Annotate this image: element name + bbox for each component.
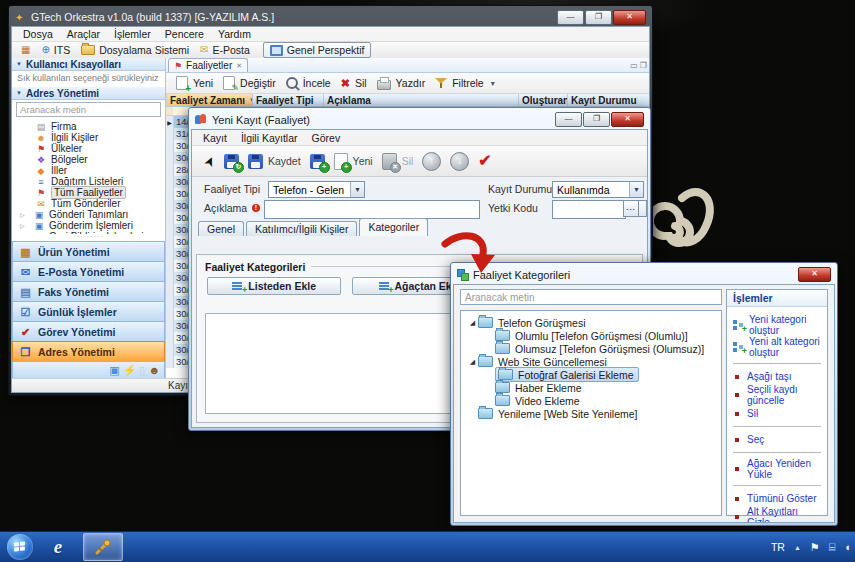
sidebar-tree-item[interactable]: ☻ İlgili Kişiler (12, 132, 165, 143)
accordion-item[interactable]: ▤ Faks Yönetimi (12, 281, 165, 301)
network-icon[interactable]: ⌸ (829, 541, 836, 554)
previous-record-icon[interactable]: ↑ (422, 152, 441, 171)
action-link[interactable]: Seçili kaydı güncelle (733, 384, 821, 406)
auth-code-clear-button[interactable] (638, 200, 647, 217)
close-button[interactable] (613, 10, 646, 25)
menu-item[interactable]: Pencere (158, 28, 211, 40)
action-link[interactable]: Aşağı taşı (733, 369, 821, 384)
accordion-item[interactable]: ✉ E-Posta Yönetimi (12, 261, 165, 281)
show-hidden-icons[interactable]: ▲ (794, 544, 801, 551)
category-tree-item[interactable]: Olumsuz [Telefon Görüşmesi (Olumsuz)] (461, 342, 721, 355)
volume-icon[interactable]: ◖ (844, 541, 851, 553)
sidebar-tree-item[interactable]: ⚑ Tüm Faaliyetler (12, 187, 165, 198)
tab-faaliyetler[interactable]: ⚑ Faaliyetler ✕ (168, 58, 248, 72)
toolbar-button[interactable]: Yeni (176, 76, 213, 90)
quick-launch-button[interactable]: ▦ (17, 43, 34, 57)
categories-titlebar[interactable]: Faaliyet Kategorileri (453, 265, 835, 284)
sidebar-tree-item[interactable]: ▤ Firma (12, 121, 165, 132)
taskbar-ie-button[interactable]: e (39, 534, 77, 560)
panel-minimize-icon[interactable]: ▭ (630, 61, 638, 70)
record-titlebar[interactable]: Yeni Kayıt (Faaliyet) (191, 110, 648, 129)
panel-maximize-icon[interactable]: ❐ (640, 61, 647, 70)
action-link[interactable]: Alt Kayıtları Gizle (733, 506, 821, 523)
email-button[interactable]: ✉E-Posta (196, 43, 254, 57)
column-header[interactable]: Faaliyet Zamanı (167, 94, 253, 106)
sidebar-tree-item[interactable]: ⚑ Ülkeler (12, 143, 165, 154)
new-button[interactable]: + Yeni (334, 153, 373, 170)
menu-item[interactable]: İşlemler (107, 28, 158, 40)
toolbar-button[interactable]: İncele (286, 77, 331, 89)
general-perspective-button[interactable]: Genel Perspektif (263, 42, 372, 58)
save-and-refresh-icon[interactable]: ↻ (224, 154, 239, 169)
expander-icon[interactable] (467, 358, 478, 366)
confirm-check-icon[interactable]: ✔ (478, 153, 491, 169)
tab[interactable]: Katılımcı/İlgili Kişiler (246, 221, 357, 236)
column-header[interactable]: Faaliyet Tipi (253, 94, 324, 106)
menu-item[interactable]: Araçlar (60, 28, 107, 40)
menu-item[interactable]: Yardım (211, 28, 258, 40)
action-link[interactable]: Yeni alt kategori oluştur (733, 336, 821, 364)
toolbar-button[interactable]: Sil (341, 77, 367, 89)
toolbar-button[interactable]: Yazdır (377, 76, 426, 90)
main-titlebar[interactable]: ✦ GTech Orkestra v1.0a (build 1337) [G-Y… (11, 8, 650, 26)
sidebar-tree-item[interactable]: ◆ İller (12, 165, 165, 176)
taskbar-gtech-button[interactable] (83, 533, 123, 561)
save-new-icon[interactable]: + (310, 154, 325, 169)
action-link[interactable]: Seç (733, 432, 821, 453)
category-tree-item[interactable]: Yenileme [Web Site Yenileme] (461, 407, 721, 420)
accordion-item[interactable]: ☑ Günlük İşlemler (12, 301, 165, 321)
description-input[interactable] (264, 200, 480, 219)
category-search-input[interactable] (460, 289, 722, 305)
tab[interactable]: Kategoriler (359, 218, 428, 236)
action-link[interactable]: Ağacı Yeniden Yükle (733, 458, 821, 486)
accordion-item[interactable]: ▦ Ürün Yönetimi (12, 241, 165, 261)
tab[interactable]: Genel (198, 221, 244, 236)
sidebar-tree-item[interactable]: ▣ Gönderim İşlemleri (12, 220, 165, 231)
sidebar-splitter[interactable]: ········· (12, 234, 165, 241)
accordion-item[interactable]: ✔ Görev Yönetimi (12, 321, 165, 341)
select-cursor-icon[interactable]: ➤ (200, 153, 218, 169)
column-header[interactable]: Kayıt Durumu (568, 94, 650, 106)
action-link[interactable]: Tümünü Göster (733, 491, 821, 506)
tab-close-icon[interactable]: ✕ (236, 62, 242, 70)
save-button[interactable]: Kaydet (248, 154, 301, 169)
minimize-button[interactable] (555, 112, 582, 127)
app-window-icon[interactable]: ▣ (109, 364, 119, 376)
auth-code-browse-button[interactable]: ... (623, 200, 639, 217)
toolbar-button[interactable]: Filtrele (435, 77, 495, 89)
auth-code-input[interactable] (552, 200, 626, 219)
menu-item[interactable]: Görev (305, 132, 348, 144)
sidebar-search-input[interactable] (16, 102, 161, 117)
shortcuts-header[interactable]: ▼Kullanıcı Kısayolları (12, 58, 165, 71)
device-icon[interactable]: ⚡ (123, 364, 137, 376)
column-header[interactable]: Oluşturan ... (519, 94, 568, 106)
toolbar-button[interactable]: Değiştir (223, 76, 276, 90)
category-action-button[interactable]: Listeden Ekle (207, 277, 341, 295)
address-management-header[interactable]: ▼Adres Yönetimi (12, 87, 165, 100)
start-button[interactable] (7, 534, 33, 560)
minimize-button[interactable] (557, 10, 584, 25)
filing-system-button[interactable]: Dosyalama Sistemi (77, 43, 193, 57)
record-status-select[interactable]: Kullanımda ▼ (552, 181, 644, 198)
column-header[interactable]: Açıklama (324, 94, 519, 106)
its-button[interactable]: ⊕ITS (37, 43, 74, 57)
action-center-flag-icon[interactable]: ⚑ (810, 541, 820, 554)
maximize-button[interactable] (585, 10, 612, 25)
sidebar-tree-item[interactable]: ▣ Gönderi Tanımları (12, 209, 165, 220)
sidebar-tree-item[interactable]: ❖ Bölgeler (12, 154, 165, 165)
menu-item[interactable]: Dosya (16, 28, 60, 40)
language-indicator[interactable]: TR (771, 541, 785, 553)
sidebar-tree-item[interactable]: ✉ Tüm Gönderiler (12, 198, 165, 209)
delete-button[interactable]: ✕ Sil (382, 153, 414, 170)
category-tree-item[interactable]: Video Ekleme (461, 394, 721, 407)
maximize-button[interactable] (583, 112, 610, 127)
activity-type-select[interactable]: Telefon - Gelen ▼ (268, 181, 365, 198)
close-button[interactable] (798, 267, 831, 282)
menu-item[interactable]: İlgili Kayıtlar (234, 132, 305, 144)
next-record-icon[interactable]: ↓ (450, 152, 469, 171)
accordion-item[interactable]: ❐ Adres Yönetimi (12, 341, 165, 361)
notepad-icon[interactable]: ▯ (139, 364, 145, 376)
person-icon[interactable]: ☻ (148, 364, 160, 376)
expander-icon[interactable] (467, 319, 478, 327)
menu-item[interactable]: Kayıt (196, 132, 234, 144)
